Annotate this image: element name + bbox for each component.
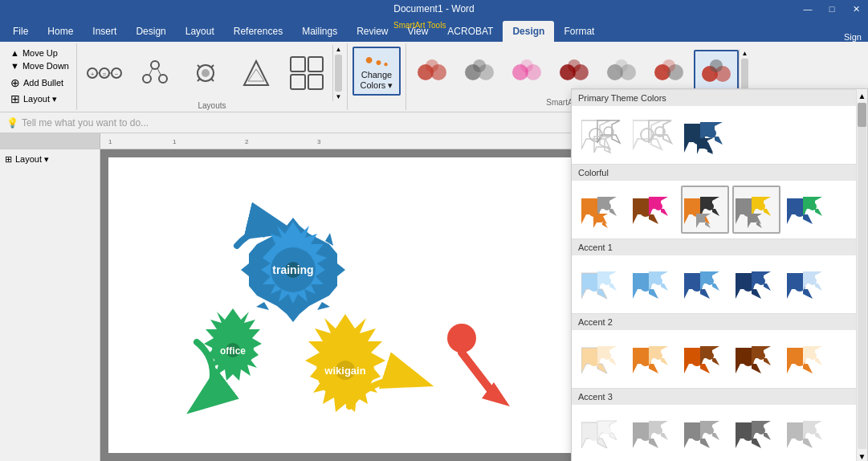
accent1-1[interactable]: [578, 260, 626, 308]
left-panel-layout-button[interactable]: ⊞ Layout ▾: [3, 153, 96, 166]
dropdown-scrollbar: ▲ ▼: [856, 89, 867, 461]
theme-color-1[interactable]: [578, 111, 626, 159]
svg-rect-21: [291, 57, 305, 71]
svg-point-135: [654, 352, 662, 360]
tab-home[interactable]: Home: [38, 21, 83, 42]
svg-rect-24: [308, 75, 323, 89]
layout-3-button[interactable]: [181, 49, 230, 97]
accent1-5[interactable]: [784, 260, 832, 308]
svg-point-36: [568, 59, 581, 72]
style-3-button[interactable]: [504, 50, 549, 95]
accent1-2[interactable]: [630, 260, 678, 308]
dropdown-scroll-down[interactable]: ▼: [857, 450, 867, 461]
svg-marker-98: [696, 214, 711, 228]
tab-mailings[interactable]: Mailings: [292, 21, 347, 42]
title-bar: Document1 - Word — □ ✕: [0, 0, 868, 18]
accent3-4[interactable]: [732, 410, 780, 458]
add-bullet-button[interactable]: ⊕ Add Bullet: [8, 75, 71, 91]
svg-rect-22: [308, 57, 323, 71]
layouts-scroll-up[interactable]: ▲: [333, 45, 344, 54]
colorful-header: Colorful: [572, 164, 867, 181]
style-1-button[interactable]: [410, 50, 454, 95]
svg-line-17: [198, 79, 200, 81]
layouts-grid: + = −: [80, 45, 344, 101]
close-button[interactable]: ✕: [844, 0, 868, 18]
title-bar-controls: — □ ✕: [796, 0, 868, 18]
theme-color-3[interactable]: [681, 111, 729, 159]
style-2-button[interactable]: [457, 50, 502, 95]
move-down-button[interactable]: ▼ Move Down: [8, 59, 71, 72]
change-colors-label: ChangeColors ▾: [361, 70, 393, 91]
accent3-2[interactable]: [630, 410, 678, 458]
accent1-3[interactable]: [681, 260, 729, 308]
colorful-2[interactable]: [630, 186, 678, 234]
accent3-header: Accent 3: [572, 388, 867, 405]
accent3-5[interactable]: [784, 410, 832, 458]
tab-smartart-design[interactable]: Design: [503, 21, 554, 42]
svg-point-42: [662, 59, 675, 72]
svg-point-8: [151, 61, 159, 69]
styles-scroll-up[interactable]: ▲: [740, 49, 750, 58]
sign-in-link[interactable]: Sign: [844, 32, 862, 42]
tab-acrobat[interactable]: ACROBAT: [438, 21, 503, 42]
layout-1-button[interactable]: + = −: [80, 49, 128, 97]
accent2-header: Accent 2: [572, 313, 867, 330]
tab-design[interactable]: Design: [126, 21, 175, 42]
smartart-tools-label: SmartArt Tools: [393, 21, 446, 30]
accent2-2[interactable]: [630, 335, 678, 383]
accent3-3[interactable]: [681, 410, 729, 458]
dropdown-scroll-up[interactable]: ▲: [857, 89, 867, 102]
accent2-3[interactable]: [681, 335, 729, 383]
svg-point-155: [654, 426, 662, 434]
yellow-gear: wikigain: [305, 314, 385, 412]
svg-rect-23: [291, 75, 305, 89]
move-section: ▲ Move Up ▼ Move Down ⊕ Add Bullet ⊞ Lay…: [3, 43, 77, 110]
svg-point-115: [654, 277, 662, 285]
layout-icon: ⊞: [10, 92, 20, 105]
accent3-1[interactable]: [578, 410, 626, 458]
layout-button[interactable]: ⊞ Layout ▾: [8, 91, 71, 107]
colorful-3[interactable]: [681, 186, 729, 234]
minimize-button[interactable]: —: [796, 0, 820, 18]
maximize-button[interactable]: □: [820, 0, 844, 18]
svg-point-151: [603, 426, 611, 434]
tab-review[interactable]: Review: [347, 21, 397, 42]
title-bar-text: Document1 - Word: [393, 3, 474, 14]
change-colors-section: ● ● ● ChangeColors ▾: [348, 43, 406, 110]
svg-line-16: [211, 65, 214, 67]
tab-format[interactable]: Format: [554, 21, 604, 42]
svg-point-10: [159, 75, 167, 83]
tell-me-text[interactable]: Tell me what you want to do...: [22, 117, 149, 129]
ribbon-tabs-bar: SmartArt Tools File Home Insert Design L…: [0, 18, 868, 42]
accent1-4[interactable]: [732, 260, 780, 308]
accent2-4[interactable]: [732, 335, 780, 383]
move-up-button[interactable]: ▲ Move Up: [8, 47, 71, 59]
svg-point-127: [809, 277, 817, 285]
layout-5-button[interactable]: [283, 49, 331, 97]
layout-4-button[interactable]: [232, 49, 280, 97]
layout-2-button[interactable]: [131, 49, 179, 97]
tab-insert[interactable]: Insert: [83, 21, 126, 42]
smartart-container[interactable]: training office wikigain: [141, 182, 494, 439]
change-colors-button[interactable]: ● ● ● ChangeColors ▾: [352, 47, 401, 96]
theme-color-2[interactable]: [630, 111, 678, 159]
layouts-label: Layouts: [198, 101, 226, 110]
dropdown-scrollbar-thumb: [858, 103, 866, 127]
svg-point-88: [603, 202, 611, 210]
svg-point-39: [615, 59, 628, 72]
tab-layout[interactable]: Layout: [176, 21, 224, 42]
svg-line-12: [157, 68, 161, 75]
colorful-5[interactable]: [784, 186, 832, 234]
colorful-1[interactable]: [578, 186, 626, 234]
colorful-4[interactable]: [732, 186, 780, 234]
layouts-section: + = −: [77, 43, 348, 110]
accent2-5[interactable]: [784, 335, 832, 383]
accent2-1[interactable]: [578, 335, 626, 383]
svg-point-30: [473, 59, 486, 72]
svg-point-107: [809, 202, 817, 210]
svg-text:wikigain: wikigain: [324, 365, 365, 377]
tab-file[interactable]: File: [3, 21, 38, 42]
tab-references[interactable]: References: [224, 21, 292, 42]
layouts-scroll-down[interactable]: ▼: [333, 92, 344, 101]
svg-text:+: +: [91, 71, 95, 78]
